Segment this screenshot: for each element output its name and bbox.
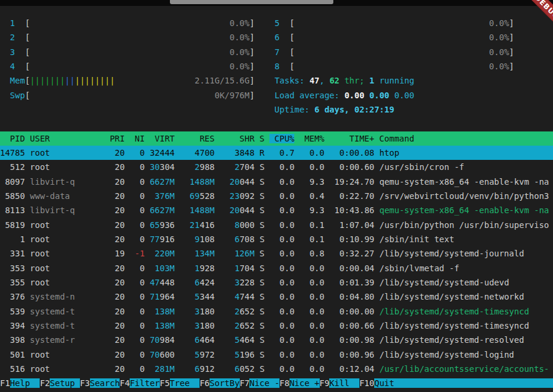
fkey-f7-nice-button[interactable]: Nice - [249, 378, 279, 388]
cpu-meter-row-1-5: 1 [ 0.0%] 5 [ 0.0%] [0, 16, 553, 30]
window-top-bar [0, 0, 553, 6]
uptime-row: Uptime: 6 days, 02:27:19 [0, 102, 553, 117]
fkey-f9-kill-button[interactable]: Kill [329, 378, 359, 388]
process-row-398[interactable]: 398 systemd-r 20 0 70984 6464 5464 S 0.0… [0, 333, 553, 347]
process-row-5850[interactable]: 5850 www-data 20 0 376M 69528 23092 S 0.… [0, 189, 553, 203]
cpu-meter-row-4-8: 4 [ 0.0%] 8 [ 0.0%] [0, 59, 553, 73]
fkey-f1-help-button[interactable]: Help [10, 378, 40, 388]
process-row-394[interactable]: 394 systemd-t 20 0 138M 3180 2652 S 0.0 … [0, 319, 553, 333]
function-key-bar: F1Help F2Setup F3SearchF4FilterF5Tree F6… [0, 376, 553, 390]
process-row-516[interactable]: 516 root 20 0 281M 6912 6052 S 0.0 0.0 0… [0, 362, 553, 376]
fkey-f6-sortby-button[interactable]: SortBy [210, 378, 240, 388]
fkey-f10-key[interactable]: F10 [359, 378, 374, 388]
process-row-512[interactable]: 512 root 20 0 30304 2988 2704 S 0.0 0.0 … [0, 160, 553, 174]
cpu-meter-row-3-7: 3 [ 0.0%] 7 [ 0.0%] [0, 45, 553, 59]
terminal-screen: DEBUG 1 [ 0.0%] 5 [ 0.0%] 2 [ 0.0%] 6 [ [0, 0, 553, 392]
fkey-f7-key[interactable]: F7 [240, 378, 250, 388]
process-row-353[interactable]: 353 root 20 0 103M 1928 1704 S 0.0 0.0 0… [0, 261, 553, 275]
process-row-331[interactable]: 331 root 19 -1 220M 134M 126M S 0.0 0.8 … [0, 246, 553, 261]
process-row-539[interactable]: 539 systemd-t 20 0 138M 3180 2652 S 0.0 … [0, 304, 553, 319]
window-drag-handle[interactable] [170, 0, 333, 4]
fkey-f5-key[interactable]: F5 [160, 378, 170, 388]
fkey-f6-key[interactable]: F6 [200, 378, 210, 388]
memory-meter-row: Mem[||||||||||||||||| 2.11G/15.6G] Tasks… [0, 73, 553, 88]
fkey-f8-key[interactable]: F8 [279, 378, 290, 388]
cpu-meter-row-2-6: 2 [ 0.0%] 6 [ 0.0%] [0, 30, 553, 44]
swap-meter-row: Swp[ 0K/976M] Load average: 0.00 0.00 0.… [0, 88, 553, 102]
fkey-f9-key[interactable]: F9 [320, 378, 330, 388]
fkey-f5-tree-button[interactable]: Tree [170, 378, 200, 388]
process-row-5819[interactable]: 5819 root 20 0 65936 21416 8000 S 0.0 0.… [0, 218, 553, 232]
process-row-8113[interactable]: 8113 libvirt-q 20 0 6627M 1488M 20044 S … [0, 203, 553, 217]
fkey-f2-key[interactable]: F2 [40, 378, 50, 388]
process-row-14785[interactable]: 14785 root 20 0 32444 4700 3848 R 0.7 0.… [0, 146, 553, 160]
fkey-f8-nice-button[interactable]: Nice + [290, 378, 320, 388]
fkey-f4-key[interactable]: F4 [120, 378, 130, 388]
fkey-f3-search-button[interactable]: Search [90, 378, 120, 388]
fkey-f1-key[interactable]: F1 [0, 378, 10, 388]
fkey-f3-key[interactable]: F3 [80, 378, 90, 388]
process-row-1[interactable]: 1 root 20 0 77916 9108 6708 S 0.0 0.1 0:… [0, 232, 553, 246]
process-row-376[interactable]: 376 systemd-n 20 0 71964 5344 4744 S 0.0… [0, 290, 553, 304]
process-row-8097[interactable]: 8097 libvirt-q 20 0 6627M 1488M 20044 S … [0, 175, 553, 189]
fkey-f2-setup-button[interactable]: Setup [50, 378, 80, 388]
process-row-501[interactable]: 501 root 20 0 70600 5972 5196 S 0.0 0.0 … [0, 348, 553, 362]
fkey-f4-filter-button[interactable]: Filter [130, 378, 160, 388]
blank-row [0, 117, 553, 131]
htop-output: 1 [ 0.0%] 5 [ 0.0%] 2 [ 0.0%] 6 [ 0 [0, 16, 553, 391]
process-table-header[interactable]: PID USER PRI NI VIRT RES SHR S CPU% MEM%… [0, 131, 553, 146]
process-row-355[interactable]: 355 root 20 0 47448 6424 3228 S 0.0 0.0 … [0, 275, 553, 290]
fkey-f10-quit-button[interactable]: Quit [374, 378, 553, 388]
